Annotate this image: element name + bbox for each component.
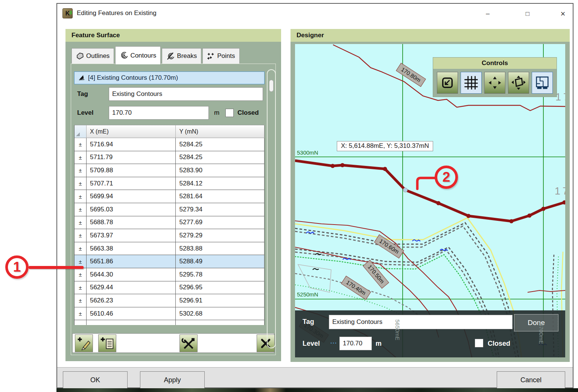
table-row[interactable] bbox=[75, 320, 265, 325]
cell-x[interactable]: 5699.94 bbox=[87, 190, 176, 203]
table-header: X (mE) Y (mN) bbox=[75, 125, 265, 138]
column-header-y[interactable]: Y (mN) bbox=[176, 125, 265, 138]
row-plus-minus-button[interactable]: ± bbox=[75, 216, 87, 229]
table-row[interactable]: ±5644.305295.78 bbox=[75, 268, 265, 281]
cancel-button[interactable]: Cancel bbox=[497, 371, 565, 389]
cell-y[interactable]: 5279.34 bbox=[176, 203, 265, 216]
table-row[interactable]: ±5673.975279.29 bbox=[75, 229, 265, 242]
table-row[interactable]: ±5626.235296.91 bbox=[75, 294, 265, 307]
table-row[interactable]: ±5711.795284.25 bbox=[75, 151, 265, 164]
tag-input[interactable] bbox=[109, 87, 263, 101]
table-row[interactable]: ±5716.945284.25 bbox=[75, 138, 265, 151]
grid-icon bbox=[464, 75, 479, 90]
row-plus-minus-button[interactable] bbox=[75, 320, 87, 325]
table-row[interactable]: ±5709.885283.90 bbox=[75, 164, 265, 177]
pan-button[interactable] bbox=[484, 72, 505, 94]
corner-cell[interactable] bbox=[75, 125, 87, 138]
cell-x[interactable]: 5716.94 bbox=[87, 138, 176, 151]
cell-x[interactable]: 5711.79 bbox=[87, 151, 176, 164]
cell-x[interactable]: 5629.44 bbox=[87, 281, 176, 294]
cell-y[interactable]: 5302.68 bbox=[176, 307, 265, 320]
app-icon: K3 bbox=[62, 8, 73, 18]
scrollbar-thumb[interactable] bbox=[269, 80, 274, 92]
cell-y[interactable]: 5288.49 bbox=[176, 255, 265, 268]
rotate-shape-button[interactable] bbox=[508, 72, 529, 94]
cell-x[interactable]: 5707.71 bbox=[87, 177, 176, 190]
row-plus-minus-button[interactable]: ± bbox=[75, 229, 87, 242]
overlay-level-unit: m bbox=[376, 340, 382, 348]
cell-y[interactable]: 5279.29 bbox=[176, 229, 265, 242]
cell-y[interactable]: 5283.90 bbox=[176, 164, 265, 177]
cell-y[interactable]: 5284.25 bbox=[176, 138, 265, 151]
row-plus-minus-button[interactable]: ± bbox=[75, 203, 87, 216]
title-bar[interactable]: K3 Editing Features on Existing − □ × bbox=[57, 4, 573, 23]
cell-y[interactable]: 5295.78 bbox=[176, 268, 265, 281]
cell-y[interactable]: 5281.64 bbox=[176, 190, 265, 203]
row-plus-minus-button[interactable]: ± bbox=[75, 151, 87, 164]
ok-button[interactable]: OK bbox=[63, 371, 128, 389]
cell-x[interactable]: 5673.97 bbox=[87, 229, 176, 242]
level-dots[interactable]: ··· bbox=[330, 340, 337, 346]
overlay-level-label: Level bbox=[303, 340, 320, 348]
tab-points[interactable]: Points bbox=[202, 48, 239, 64]
row-plus-minus-button[interactable]: ± bbox=[75, 164, 87, 177]
table-row[interactable]: ±5688.785277.69 bbox=[75, 216, 265, 229]
selected-vertex[interactable] bbox=[403, 188, 408, 192]
cell-x[interactable]: 5644.30 bbox=[87, 268, 176, 281]
row-plus-minus-button[interactable]: ± bbox=[75, 268, 87, 281]
tab-outlines[interactable]: Outlines bbox=[71, 48, 114, 64]
table-row[interactable]: ±5707.715284.12 bbox=[75, 177, 265, 190]
table-row[interactable]: ±5629.445296.95 bbox=[75, 281, 265, 295]
grid-toggle-button[interactable] bbox=[461, 72, 482, 94]
table-row[interactable]: ±5610.465302.68 bbox=[75, 307, 265, 321]
row-plus-minus-button[interactable]: ± bbox=[75, 190, 87, 203]
cell-y[interactable]: 5284.25 bbox=[176, 151, 265, 164]
cell-y[interactable]: 5283.88 bbox=[176, 242, 265, 255]
table-row[interactable]: ±5695.035279.34 bbox=[75, 203, 265, 216]
level-input[interactable] bbox=[109, 106, 209, 120]
row-plus-minus-button[interactable]: ± bbox=[75, 242, 87, 255]
cell-x[interactable] bbox=[87, 320, 176, 325]
cell-x[interactable]: 5610.46 bbox=[87, 307, 176, 320]
table-row[interactable]: ±5699.945281.64 bbox=[75, 190, 265, 203]
tab-contours[interactable]: Contours bbox=[115, 46, 161, 64]
cell-y[interactable]: 5296.91 bbox=[176, 294, 265, 307]
map-canvas[interactable]: 5300mN 5250mN bbox=[295, 44, 565, 357]
cell-x[interactable]: 5626.23 bbox=[87, 294, 176, 307]
row-plus-minus-button[interactable]: ± bbox=[75, 177, 87, 190]
add-point-button[interactable] bbox=[75, 334, 93, 352]
add-contour-button[interactable] bbox=[98, 334, 116, 352]
cell-y[interactable] bbox=[176, 320, 265, 325]
row-plus-minus-button[interactable]: ± bbox=[75, 138, 87, 151]
overlay-tag-input[interactable] bbox=[329, 315, 513, 329]
cell-x[interactable]: 5688.78 bbox=[87, 216, 176, 229]
maximize-button[interactable]: □ bbox=[519, 8, 536, 20]
close-button[interactable]: × bbox=[555, 8, 571, 20]
cell-x[interactable]: 5663.38 bbox=[87, 242, 176, 255]
contour-list-header[interactable]: [4] Existing Contours (170.70m) bbox=[74, 71, 265, 84]
cell-y[interactable]: 5284.12 bbox=[176, 177, 265, 190]
edit-mode-button[interactable] bbox=[437, 72, 458, 94]
minimize-button[interactable]: − bbox=[479, 8, 496, 20]
cell-x[interactable]: 5695.03 bbox=[87, 203, 176, 216]
row-plus-minus-button[interactable]: ± bbox=[75, 281, 87, 294]
closed-checkbox[interactable] bbox=[225, 109, 234, 117]
apply-button[interactable]: Apply bbox=[140, 371, 205, 389]
layout-view-button[interactable] bbox=[532, 72, 553, 94]
done-button[interactable]: Done bbox=[514, 314, 558, 331]
add-document-icon bbox=[100, 336, 115, 351]
row-plus-minus-button[interactable]: ± bbox=[75, 307, 87, 320]
column-header-x[interactable]: X (mE) bbox=[87, 125, 176, 138]
cell-y[interactable]: 5277.69 bbox=[176, 216, 265, 229]
cell-y[interactable]: 5296.95 bbox=[176, 281, 265, 294]
table-row[interactable]: ±5663.385283.88 bbox=[75, 242, 265, 255]
table-row[interactable]: ±5651.865288.49 bbox=[75, 255, 265, 268]
tools-button[interactable] bbox=[179, 334, 198, 352]
cell-x[interactable]: 5651.86 bbox=[87, 255, 176, 268]
list-scrollbar[interactable] bbox=[267, 69, 276, 348]
row-plus-minus-button[interactable]: ± bbox=[75, 294, 87, 307]
tab-breaks[interactable]: Breaks bbox=[162, 48, 201, 64]
overlay-closed-checkbox[interactable] bbox=[475, 339, 483, 347]
cell-x[interactable]: 5709.88 bbox=[87, 164, 176, 177]
overlay-level-input[interactable] bbox=[339, 337, 372, 350]
